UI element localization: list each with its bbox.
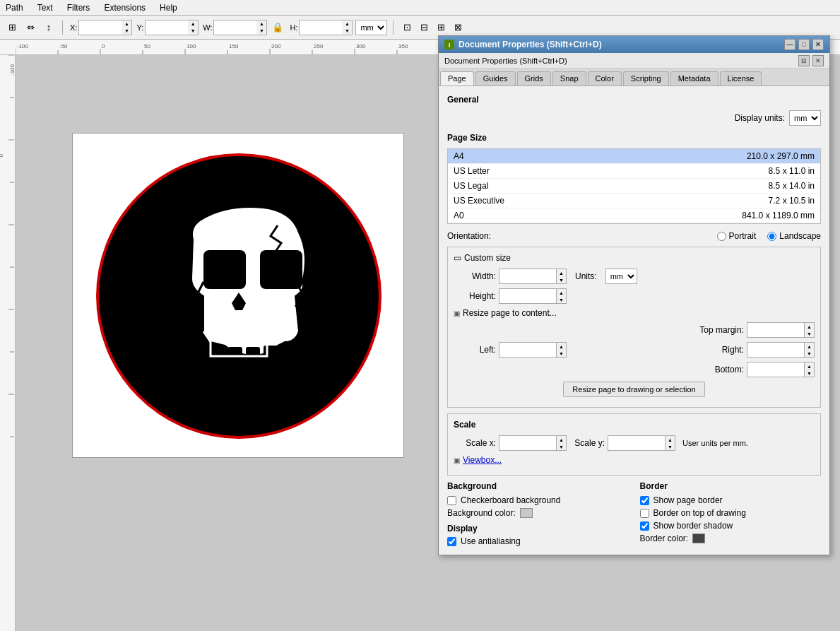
resize-to-content-label[interactable]: Resize page to content...: [463, 308, 557, 318]
border-on-top-checkbox[interactable]: [640, 509, 649, 518]
w-spinbox[interactable]: 21.601 ▲ ▼: [213, 20, 267, 35]
scale-x-input[interactable]: 1.00000: [499, 436, 556, 450]
bg-color-swatch[interactable]: [520, 508, 533, 518]
portrait-radio[interactable]: [717, 232, 726, 241]
left-spin-down[interactable]: ▼: [556, 350, 566, 357]
width-input[interactable]: 22.00021: [499, 269, 556, 283]
transform-icon-3[interactable]: ↕: [41, 20, 57, 35]
snap-btn-1[interactable]: ⊡: [399, 20, 415, 35]
page-size-a0[interactable]: A0 841.0 x 1189.0 mm: [448, 208, 820, 223]
menu-help[interactable]: Help: [157, 1, 180, 14]
resize-page-button[interactable]: Resize page to drawing or selection: [563, 382, 704, 397]
w-spin-up[interactable]: ▲: [256, 20, 266, 28]
units-select[interactable]: mm px in: [605, 269, 637, 284]
top-margin-spin-down[interactable]: ▼: [804, 330, 814, 337]
h-input[interactable]: 21.601: [300, 20, 342, 35]
y-spinbox[interactable]: 209.836 ▲ ▼: [145, 20, 199, 35]
antialiasing-checkbox[interactable]: [447, 537, 456, 546]
h-spin-up[interactable]: ▲: [342, 20, 352, 28]
border-color-swatch[interactable]: [692, 533, 705, 543]
bottom-spin-down[interactable]: ▼: [804, 370, 814, 377]
right-input[interactable]: 0.00000: [747, 343, 804, 357]
y-spin-down[interactable]: ▼: [188, 28, 198, 35]
tab-snap[interactable]: Snap: [552, 71, 586, 85]
transform-icon-2[interactable]: ⇔: [23, 20, 38, 35]
tab-page[interactable]: Page: [440, 71, 474, 85]
top-margin-spin-up[interactable]: ▲: [804, 323, 814, 330]
page-size-us-executive[interactable]: US Executive 7.2 x 10.5 in: [448, 194, 820, 208]
tab-metadata[interactable]: Metadata: [670, 71, 718, 85]
bottom-spin-up[interactable]: ▲: [804, 362, 814, 370]
tab-guides[interactable]: Guides: [475, 71, 516, 85]
page-size-us-letter[interactable]: US Letter 8.5 x 11.0 in: [448, 164, 820, 179]
transform-icon-1[interactable]: ⊞: [4, 20, 20, 35]
minimize-button[interactable]: —: [784, 39, 795, 50]
snap-btn-3[interactable]: ⊞: [433, 20, 449, 35]
show-border-shadow-checkbox[interactable]: [640, 521, 649, 531]
tab-color[interactable]: Color: [588, 71, 622, 85]
page-size-a4[interactable]: A4 210.0 x 297.0 mm: [448, 149, 820, 164]
right-spin-up[interactable]: ▲: [804, 343, 814, 350]
scale-x-spinbox[interactable]: 1.00000 ▲ ▼: [499, 435, 567, 451]
scale-y-spin-up[interactable]: ▲: [665, 436, 675, 443]
top-margin-spinbox[interactable]: 0.00000 ▲ ▼: [747, 322, 815, 338]
x-spinbox[interactable]: 179.416 ▲ ▼: [78, 20, 132, 35]
height-spin-up[interactable]: ▲: [556, 289, 566, 296]
snap-btn-2[interactable]: ⊟: [416, 20, 432, 35]
checkerboard-checkbox[interactable]: [447, 496, 456, 505]
tab-license[interactable]: License: [720, 71, 762, 85]
resize-to-content-row[interactable]: ▣ Resize page to content...: [454, 308, 815, 318]
h-spin-down[interactable]: ▼: [342, 28, 352, 35]
right-spinbox[interactable]: 0.00000 ▲ ▼: [747, 342, 815, 358]
left-spin-up[interactable]: ▲: [556, 343, 566, 350]
tab-grids[interactable]: Grids: [517, 71, 551, 85]
display-units-select[interactable]: mm px in pt cm: [789, 110, 821, 126]
landscape-option[interactable]: Landscape: [767, 231, 821, 241]
y-spin-up[interactable]: ▲: [188, 20, 198, 28]
h-spinbox[interactable]: 21.601 ▲ ▼: [299, 20, 353, 35]
x-spin-up[interactable]: ▲: [122, 20, 131, 28]
top-margin-input[interactable]: 0.00000: [747, 323, 804, 337]
page-size-us-legal[interactable]: US Legal 8.5 x 14.0 in: [448, 179, 820, 194]
menu-extensions[interactable]: Extensions: [101, 1, 148, 14]
scale-y-spinbox[interactable]: 1.00000 ▲ ▼: [608, 435, 675, 451]
lock-icon[interactable]: 🔒: [270, 20, 285, 35]
tab-scripting[interactable]: Scripting: [623, 71, 669, 85]
close-button[interactable]: ✕: [812, 39, 824, 50]
height-input[interactable]: 22.00021: [499, 289, 556, 303]
menu-text[interactable]: Text: [35, 1, 56, 14]
portrait-option[interactable]: Portrait: [717, 231, 757, 241]
subtitle-icon-1[interactable]: ⊟: [798, 55, 810, 66]
page-dim-us-letter: 8.5 x 11.0 in: [769, 166, 815, 176]
w-spin-down[interactable]: ▼: [256, 28, 266, 35]
maximize-button[interactable]: □: [798, 39, 810, 50]
toolbar-units-select[interactable]: mm px in pt: [355, 20, 387, 35]
left-spinbox[interactable]: 0.00000 ▲ ▼: [499, 342, 567, 358]
menu-path[interactable]: Path: [3, 1, 26, 14]
viewbox-link[interactable]: Viewbox...: [463, 455, 502, 465]
height-spin-down[interactable]: ▼: [556, 296, 566, 303]
w-input[interactable]: 21.601: [214, 20, 256, 35]
scale-y-input[interactable]: 1.00000: [608, 436, 665, 450]
width-spinbox[interactable]: 22.00021 ▲ ▼: [499, 269, 567, 284]
bottom-input[interactable]: 0.00000: [747, 362, 804, 377]
width-spin-up[interactable]: ▲: [556, 269, 566, 276]
scale-y-spin-down[interactable]: ▼: [665, 443, 675, 450]
subtitle-icon-2[interactable]: ✕: [812, 55, 824, 66]
right-spin-down[interactable]: ▼: [804, 350, 814, 357]
y-input[interactable]: 209.836: [146, 20, 188, 35]
scale-x-spin-up[interactable]: ▲: [556, 436, 566, 443]
snap-btn-4[interactable]: ⊠: [450, 20, 466, 35]
x-input[interactable]: 179.416: [79, 20, 122, 35]
show-page-border-checkbox[interactable]: [640, 496, 649, 505]
height-spinbox[interactable]: 22.00021 ▲ ▼: [499, 288, 567, 304]
viewbox-row[interactable]: ▣ Viewbox...: [454, 455, 815, 465]
page-size-list[interactable]: A4 210.0 x 297.0 mm US Letter 8.5 x 11.0…: [448, 149, 820, 223]
scale-x-spin-down[interactable]: ▼: [556, 443, 566, 450]
bottom-spinbox[interactable]: 0.00000 ▲ ▼: [747, 362, 815, 377]
menu-filters[interactable]: Filters: [64, 1, 93, 14]
landscape-radio[interactable]: [767, 232, 776, 241]
left-input[interactable]: 0.00000: [499, 343, 556, 357]
width-spin-down[interactable]: ▼: [556, 276, 566, 283]
x-spin-down[interactable]: ▼: [122, 28, 131, 35]
